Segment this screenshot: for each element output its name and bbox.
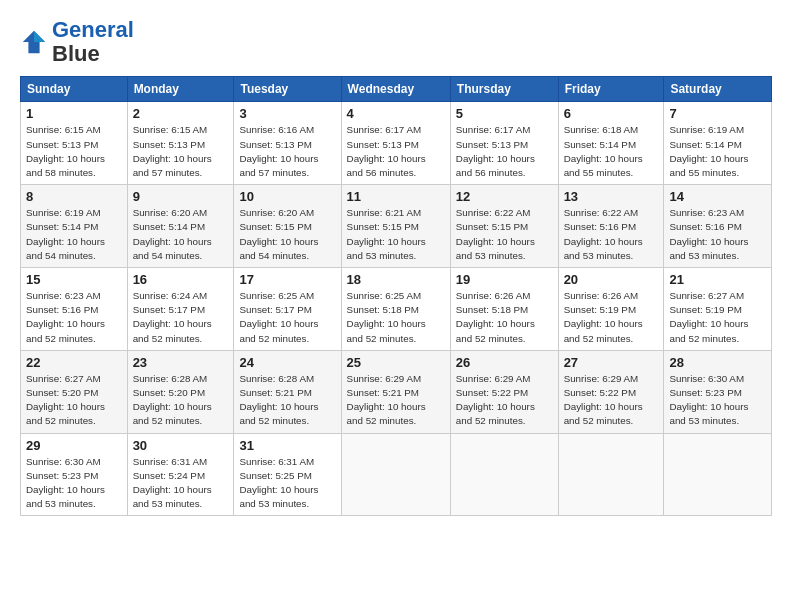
day-info: Sunrise: 6:27 AMSunset: 5:20 PMDaylight:… — [26, 372, 122, 429]
day-info: Sunrise: 6:17 AMSunset: 5:13 PMDaylight:… — [347, 123, 445, 180]
day-number: 26 — [456, 355, 553, 370]
day-cell-23: 23Sunrise: 6:28 AMSunset: 5:20 PMDayligh… — [127, 350, 234, 433]
day-number: 22 — [26, 355, 122, 370]
day-cell-6: 6Sunrise: 6:18 AMSunset: 5:14 PMDaylight… — [558, 102, 664, 185]
day-info: Sunrise: 6:28 AMSunset: 5:21 PMDaylight:… — [239, 372, 335, 429]
day-number: 12 — [456, 189, 553, 204]
day-cell-15: 15Sunrise: 6:23 AMSunset: 5:16 PMDayligh… — [21, 268, 128, 351]
day-info: Sunrise: 6:23 AMSunset: 5:16 PMDaylight:… — [26, 289, 122, 346]
day-cell-19: 19Sunrise: 6:26 AMSunset: 5:18 PMDayligh… — [450, 268, 558, 351]
day-cell-29: 29Sunrise: 6:30 AMSunset: 5:23 PMDayligh… — [21, 433, 128, 516]
day-number: 7 — [669, 106, 766, 121]
day-info: Sunrise: 6:22 AMSunset: 5:16 PMDaylight:… — [564, 206, 659, 263]
day-number: 30 — [133, 438, 229, 453]
day-cell-2: 2Sunrise: 6:15 AMSunset: 5:13 PMDaylight… — [127, 102, 234, 185]
weekday-header-sunday: Sunday — [21, 77, 128, 102]
day-info: Sunrise: 6:15 AMSunset: 5:13 PMDaylight:… — [133, 123, 229, 180]
day-number: 3 — [239, 106, 335, 121]
day-info: Sunrise: 6:19 AMSunset: 5:14 PMDaylight:… — [669, 123, 766, 180]
header: General Blue — [20, 18, 772, 66]
empty-cell — [558, 433, 664, 516]
day-cell-9: 9Sunrise: 6:20 AMSunset: 5:14 PMDaylight… — [127, 185, 234, 268]
logo: General Blue — [20, 18, 134, 66]
day-cell-26: 26Sunrise: 6:29 AMSunset: 5:22 PMDayligh… — [450, 350, 558, 433]
svg-marker-1 — [34, 31, 45, 42]
day-info: Sunrise: 6:25 AMSunset: 5:17 PMDaylight:… — [239, 289, 335, 346]
day-info: Sunrise: 6:31 AMSunset: 5:24 PMDaylight:… — [133, 455, 229, 512]
day-number: 29 — [26, 438, 122, 453]
week-row-1: 1Sunrise: 6:15 AMSunset: 5:13 PMDaylight… — [21, 102, 772, 185]
day-number: 15 — [26, 272, 122, 287]
weekday-header-monday: Monday — [127, 77, 234, 102]
logo-icon — [20, 28, 48, 56]
day-info: Sunrise: 6:24 AMSunset: 5:17 PMDaylight:… — [133, 289, 229, 346]
day-info: Sunrise: 6:31 AMSunset: 5:25 PMDaylight:… — [239, 455, 335, 512]
day-number: 11 — [347, 189, 445, 204]
day-cell-1: 1Sunrise: 6:15 AMSunset: 5:13 PMDaylight… — [21, 102, 128, 185]
day-info: Sunrise: 6:29 AMSunset: 5:22 PMDaylight:… — [564, 372, 659, 429]
week-row-5: 29Sunrise: 6:30 AMSunset: 5:23 PMDayligh… — [21, 433, 772, 516]
empty-cell — [450, 433, 558, 516]
day-number: 10 — [239, 189, 335, 204]
day-number: 27 — [564, 355, 659, 370]
weekday-header-friday: Friday — [558, 77, 664, 102]
day-info: Sunrise: 6:28 AMSunset: 5:20 PMDaylight:… — [133, 372, 229, 429]
day-info: Sunrise: 6:21 AMSunset: 5:15 PMDaylight:… — [347, 206, 445, 263]
day-cell-18: 18Sunrise: 6:25 AMSunset: 5:18 PMDayligh… — [341, 268, 450, 351]
day-info: Sunrise: 6:17 AMSunset: 5:13 PMDaylight:… — [456, 123, 553, 180]
day-cell-11: 11Sunrise: 6:21 AMSunset: 5:15 PMDayligh… — [341, 185, 450, 268]
day-info: Sunrise: 6:19 AMSunset: 5:14 PMDaylight:… — [26, 206, 122, 263]
day-info: Sunrise: 6:26 AMSunset: 5:19 PMDaylight:… — [564, 289, 659, 346]
day-info: Sunrise: 6:27 AMSunset: 5:19 PMDaylight:… — [669, 289, 766, 346]
day-number: 5 — [456, 106, 553, 121]
day-cell-7: 7Sunrise: 6:19 AMSunset: 5:14 PMDaylight… — [664, 102, 772, 185]
day-info: Sunrise: 6:15 AMSunset: 5:13 PMDaylight:… — [26, 123, 122, 180]
day-info: Sunrise: 6:22 AMSunset: 5:15 PMDaylight:… — [456, 206, 553, 263]
empty-cell — [341, 433, 450, 516]
weekday-header-thursday: Thursday — [450, 77, 558, 102]
day-number: 19 — [456, 272, 553, 287]
day-info: Sunrise: 6:23 AMSunset: 5:16 PMDaylight:… — [669, 206, 766, 263]
day-info: Sunrise: 6:16 AMSunset: 5:13 PMDaylight:… — [239, 123, 335, 180]
day-info: Sunrise: 6:18 AMSunset: 5:14 PMDaylight:… — [564, 123, 659, 180]
day-number: 1 — [26, 106, 122, 121]
day-number: 4 — [347, 106, 445, 121]
day-cell-4: 4Sunrise: 6:17 AMSunset: 5:13 PMDaylight… — [341, 102, 450, 185]
day-cell-27: 27Sunrise: 6:29 AMSunset: 5:22 PMDayligh… — [558, 350, 664, 433]
day-number: 28 — [669, 355, 766, 370]
day-cell-13: 13Sunrise: 6:22 AMSunset: 5:16 PMDayligh… — [558, 185, 664, 268]
day-info: Sunrise: 6:25 AMSunset: 5:18 PMDaylight:… — [347, 289, 445, 346]
day-cell-21: 21Sunrise: 6:27 AMSunset: 5:19 PMDayligh… — [664, 268, 772, 351]
day-number: 14 — [669, 189, 766, 204]
day-cell-24: 24Sunrise: 6:28 AMSunset: 5:21 PMDayligh… — [234, 350, 341, 433]
day-number: 18 — [347, 272, 445, 287]
day-number: 9 — [133, 189, 229, 204]
logo-text: General Blue — [52, 18, 134, 66]
day-number: 23 — [133, 355, 229, 370]
weekday-header-row: SundayMondayTuesdayWednesdayThursdayFrid… — [21, 77, 772, 102]
day-info: Sunrise: 6:29 AMSunset: 5:22 PMDaylight:… — [456, 372, 553, 429]
day-number: 20 — [564, 272, 659, 287]
day-cell-30: 30Sunrise: 6:31 AMSunset: 5:24 PMDayligh… — [127, 433, 234, 516]
weekday-header-tuesday: Tuesday — [234, 77, 341, 102]
day-info: Sunrise: 6:20 AMSunset: 5:15 PMDaylight:… — [239, 206, 335, 263]
day-cell-16: 16Sunrise: 6:24 AMSunset: 5:17 PMDayligh… — [127, 268, 234, 351]
day-cell-17: 17Sunrise: 6:25 AMSunset: 5:17 PMDayligh… — [234, 268, 341, 351]
day-info: Sunrise: 6:30 AMSunset: 5:23 PMDaylight:… — [669, 372, 766, 429]
day-number: 21 — [669, 272, 766, 287]
day-cell-5: 5Sunrise: 6:17 AMSunset: 5:13 PMDaylight… — [450, 102, 558, 185]
week-row-2: 8Sunrise: 6:19 AMSunset: 5:14 PMDaylight… — [21, 185, 772, 268]
day-cell-25: 25Sunrise: 6:29 AMSunset: 5:21 PMDayligh… — [341, 350, 450, 433]
day-number: 16 — [133, 272, 229, 287]
day-info: Sunrise: 6:20 AMSunset: 5:14 PMDaylight:… — [133, 206, 229, 263]
day-cell-14: 14Sunrise: 6:23 AMSunset: 5:16 PMDayligh… — [664, 185, 772, 268]
day-number: 25 — [347, 355, 445, 370]
day-cell-8: 8Sunrise: 6:19 AMSunset: 5:14 PMDaylight… — [21, 185, 128, 268]
day-info: Sunrise: 6:26 AMSunset: 5:18 PMDaylight:… — [456, 289, 553, 346]
calendar-table: SundayMondayTuesdayWednesdayThursdayFrid… — [20, 76, 772, 516]
day-info: Sunrise: 6:30 AMSunset: 5:23 PMDaylight:… — [26, 455, 122, 512]
week-row-4: 22Sunrise: 6:27 AMSunset: 5:20 PMDayligh… — [21, 350, 772, 433]
day-cell-12: 12Sunrise: 6:22 AMSunset: 5:15 PMDayligh… — [450, 185, 558, 268]
empty-cell — [664, 433, 772, 516]
weekday-header-saturday: Saturday — [664, 77, 772, 102]
